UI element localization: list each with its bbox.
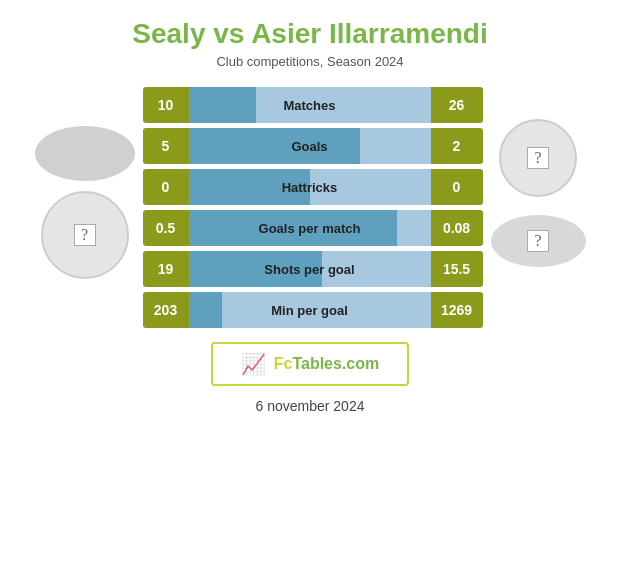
stats-area: ? 10Matches265Goals20Hattricks00.5Goals … (0, 87, 620, 328)
stat-right-value: 15.5 (431, 251, 483, 287)
stat-label: Hattricks (282, 180, 338, 195)
left-avatar-top (35, 126, 135, 181)
stat-left-value: 203 (143, 292, 189, 328)
stat-row: 0.5Goals per match0.08 (143, 210, 483, 246)
right-avatars: ? ? (491, 119, 586, 267)
stat-center-bar: Goals (189, 128, 431, 164)
stat-center-bar: Goals per match (189, 210, 431, 246)
page-subtitle: Club competitions, Season 2024 (216, 54, 403, 69)
stat-bar-fill (189, 292, 223, 328)
stat-bar-fill (189, 87, 257, 123)
stat-left-value: 0.5 (143, 210, 189, 246)
stat-center-bar: Matches (189, 87, 431, 123)
stat-left-value: 0 (143, 169, 189, 205)
watermark-text-plain: Fc (274, 355, 293, 372)
stat-left-value: 10 (143, 87, 189, 123)
stat-row: 0Hattricks0 (143, 169, 483, 205)
right-avatar-bottom-placeholder: ? (527, 230, 549, 252)
date-label: 6 november 2024 (256, 398, 365, 414)
stat-center-bar: Min per goal (189, 292, 431, 328)
stat-row: 5Goals2 (143, 128, 483, 164)
stats-table: 10Matches265Goals20Hattricks00.5Goals pe… (143, 87, 483, 328)
stat-label: Matches (283, 98, 335, 113)
stat-center-bar: Shots per goal (189, 251, 431, 287)
stat-left-value: 19 (143, 251, 189, 287)
stat-label: Shots per goal (264, 262, 354, 277)
watermark-icon: 📈 (241, 352, 266, 376)
right-avatar-top: ? (499, 119, 577, 197)
stat-row: 203Min per goal1269 (143, 292, 483, 328)
left-avatars: ? (35, 126, 135, 279)
page-container: Sealy vs Asier Illarramendi Club competi… (0, 0, 620, 580)
watermark-text: FcTables.com (274, 355, 380, 373)
stat-right-value: 1269 (431, 292, 483, 328)
stat-right-value: 0.08 (431, 210, 483, 246)
stat-row: 19Shots per goal15.5 (143, 251, 483, 287)
left-avatar-placeholder: ? (74, 224, 96, 246)
page-title: Sealy vs Asier Illarramendi (132, 18, 487, 50)
stat-right-value: 0 (431, 169, 483, 205)
stat-right-value: 26 (431, 87, 483, 123)
stat-right-value: 2 (431, 128, 483, 164)
stat-bar-fill (189, 128, 361, 164)
right-avatar-top-placeholder: ? (527, 147, 549, 169)
stat-row: 10Matches26 (143, 87, 483, 123)
stat-left-value: 5 (143, 128, 189, 164)
stat-label: Min per goal (271, 303, 348, 318)
stat-label: Goals (291, 139, 327, 154)
stat-center-bar: Hattricks (189, 169, 431, 205)
left-avatar-main: ? (41, 191, 129, 279)
stat-label: Goals per match (259, 221, 361, 236)
watermark-text-colored: Tables.com (292, 355, 379, 372)
watermark: 📈 FcTables.com (211, 342, 410, 386)
right-avatar-bottom: ? (491, 215, 586, 267)
